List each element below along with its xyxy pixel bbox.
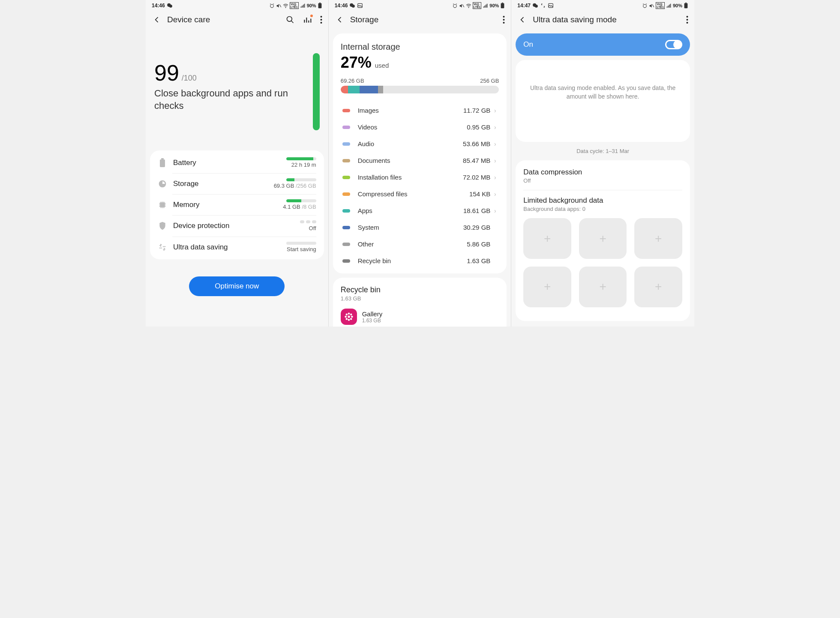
svg-point-10 <box>320 19 322 21</box>
score-max: /100 <box>182 74 197 83</box>
recycle-size: 1.63 GB <box>341 295 499 302</box>
svg-point-4 <box>285 7 286 8</box>
svg-point-34 <box>350 313 352 315</box>
category-name: Audio <box>358 140 463 147</box>
add-app-slot[interactable]: + <box>634 218 682 259</box>
score-value: 99 <box>154 62 179 84</box>
category-name: Installation files <box>358 174 463 181</box>
toggle-switch-icon <box>665 40 682 49</box>
status-battery-pct: 90% <box>489 3 499 8</box>
svg-rect-5 <box>318 3 321 9</box>
storage-category-row[interactable]: Installation files72.02 MB› <box>341 169 499 186</box>
uds-toggle-label: On <box>523 40 665 49</box>
storage-used-label: used <box>375 62 389 69</box>
back-button[interactable] <box>152 15 162 25</box>
recycle-app-name: Gallery <box>362 310 383 318</box>
svg-point-38 <box>535 5 538 8</box>
internal-storage-title: Internal storage <box>341 42 499 52</box>
svg-point-27 <box>503 22 505 24</box>
data-saving-status-icon <box>540 3 546 9</box>
back-button[interactable] <box>335 15 345 25</box>
category-name: Apps <box>358 207 463 214</box>
more-button[interactable] <box>686 15 688 24</box>
screen-device-care: 14:46 Vo))LTE1 90% Device care <box>146 0 329 327</box>
category-name: Recycle bin <box>358 257 467 264</box>
add-app-slot[interactable]: + <box>523 267 571 307</box>
chart-button[interactable] <box>303 15 312 24</box>
chevron-right-icon: › <box>493 157 497 164</box>
data-compression-row[interactable]: Data compression Off <box>523 162 682 190</box>
more-vert-icon <box>320 15 322 24</box>
category-name: Documents <box>358 157 463 164</box>
score-subtitle: Close background apps and run checks <box>154 87 320 112</box>
data-cycle-text: Data cycle: 1–31 Mar <box>511 148 694 154</box>
storage-total: /256 GB <box>294 183 316 189</box>
recycle-app-gallery[interactable]: Gallery 1.63 GB <box>341 309 499 325</box>
screen-ultra-data-saving: 14:47 Vo))LTE1 90% Ultra data saving mod… <box>511 0 694 327</box>
protection-value: Off <box>300 225 316 231</box>
image-icon <box>548 3 554 9</box>
limited-bg-data-row[interactable]: Limited background data Background data … <box>523 190 682 313</box>
svg-point-35 <box>345 318 348 320</box>
bar-chart-icon <box>303 15 312 24</box>
score-area: 99 /100 Close background apps and run ch… <box>146 32 328 150</box>
image-icon <box>357 3 363 9</box>
memory-total: /8 GB <box>300 204 316 210</box>
optimise-button[interactable]: Optimise now <box>189 276 285 296</box>
category-color-icon <box>342 259 350 263</box>
svg-line-8 <box>291 21 293 23</box>
category-value: 18.61 GB <box>463 207 490 214</box>
svg-rect-13 <box>161 158 164 159</box>
chevron-left-icon <box>336 15 344 24</box>
uds-info-card: Ultra data saving mode enabled. As you s… <box>516 60 690 142</box>
add-app-slot[interactable]: + <box>579 267 627 307</box>
category-color-icon <box>342 142 350 146</box>
category-name: System <box>358 224 463 231</box>
memory-used: 4.1 GB <box>283 204 300 210</box>
battery-row[interactable]: Battery 22 h 19 m <box>150 152 324 173</box>
storage-row[interactable]: Storage 69.3 GB /256 GB <box>150 173 324 194</box>
status-time: 14:47 <box>517 3 531 9</box>
category-color-icon <box>342 176 350 179</box>
limited-bg-value: Background data apps: 0 <box>523 206 682 212</box>
svg-point-11 <box>320 22 322 24</box>
protection-row[interactable]: Device protection Off <box>150 215 324 237</box>
add-app-slot[interactable]: + <box>634 267 682 307</box>
add-app-slot[interactable]: + <box>579 218 627 259</box>
category-color-icon <box>342 126 350 129</box>
storage-label: Storage <box>173 180 274 188</box>
svg-point-26 <box>503 19 505 21</box>
gallery-app-icon <box>341 309 357 325</box>
plus-icon: + <box>655 280 662 294</box>
memory-row[interactable]: Memory 4.1 GB /8 GB <box>150 194 324 215</box>
category-color-icon <box>342 243 350 246</box>
add-app-slot[interactable]: + <box>523 218 571 259</box>
category-name: Compressed files <box>358 190 469 198</box>
more-button[interactable] <box>503 15 505 24</box>
wechat-icon <box>349 3 355 9</box>
uds-toggle[interactable]: On <box>516 33 690 56</box>
storage-category-row[interactable]: Apps18.61 GB› <box>341 202 499 219</box>
more-button[interactable] <box>320 15 322 24</box>
storage-category-row[interactable]: Documents85.47 MB› <box>341 152 499 169</box>
storage-category-row[interactable]: Videos0.95 GB› <box>341 119 499 135</box>
chevron-right-icon: › <box>493 191 497 198</box>
storage-usage-bar <box>341 86 499 93</box>
data-saving-label: Ultra data saving <box>173 243 286 252</box>
storage-category-row: System30.29 GB <box>341 219 499 236</box>
alarm-icon <box>642 3 648 9</box>
svg-point-18 <box>352 5 355 8</box>
storage-category-row[interactable]: Audio53.66 MB› <box>341 135 499 152</box>
search-button[interactable] <box>286 15 294 24</box>
storage-category-row[interactable]: Compressed files154 KB› <box>341 186 499 202</box>
svg-point-45 <box>686 19 688 21</box>
storage-category-row[interactable]: Images11.72 GB› <box>341 102 499 119</box>
category-value: 154 KB <box>469 190 490 198</box>
svg-point-36 <box>350 318 352 320</box>
more-vert-icon <box>503 15 505 24</box>
more-vert-icon <box>686 15 688 24</box>
wifi-icon <box>283 3 288 9</box>
data-saving-row[interactable]: Ultra data saving Start saving <box>150 237 324 258</box>
back-button[interactable] <box>517 15 528 25</box>
status-battery-pct: 90% <box>307 3 316 8</box>
